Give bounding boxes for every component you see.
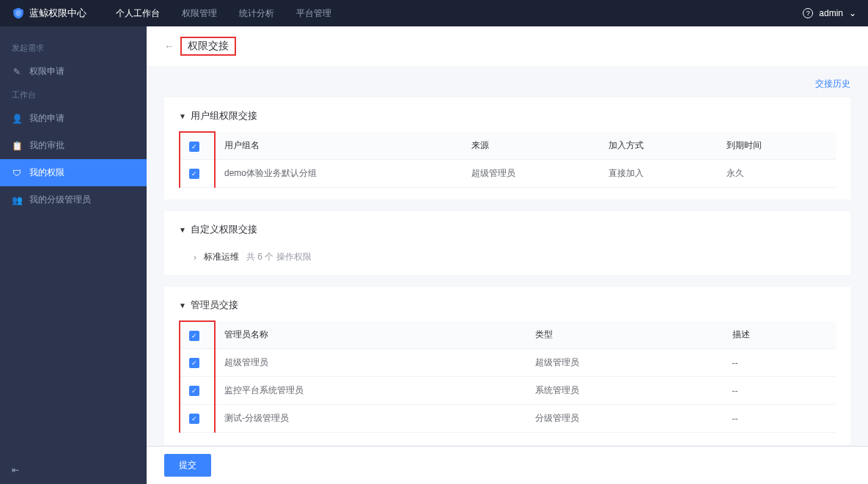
- top-header: 蓝鲸权限中心 个人工作台 权限管理 统计分析 平台管理 ? admin ⌄: [0, 0, 868, 26]
- th-expire: 到期时间: [718, 132, 836, 160]
- th-groupname: 用户组名: [215, 132, 463, 160]
- usergroup-table: ✓ 用户组名 来源 加入方式 到期时间 ✓ demo体验业务默认分组 超级管理员…: [179, 131, 836, 188]
- checkbox-row[interactable]: ✓: [189, 358, 199, 368]
- caret-down-icon: ▼: [179, 226, 186, 234]
- nav-workbench[interactable]: 个人工作台: [116, 7, 160, 20]
- panel-title-usergroup[interactable]: ▼ 用户组权限交接: [179, 109, 836, 122]
- caret-right-icon: ›: [194, 252, 196, 263]
- page-header: ← 权限交接: [147, 26, 868, 66]
- history-link[interactable]: 交接历史: [164, 78, 850, 90]
- panel-admin: ▼ 管理员交接 ✓ 管理员名称 类型 描述 ✓ 超级管理员 超级管理员: [164, 287, 850, 444]
- shield-icon: 🛡: [12, 168, 22, 178]
- nav-platform[interactable]: 平台管理: [296, 7, 331, 20]
- users-icon: 👥: [12, 195, 22, 205]
- checkbox-all-usergroup[interactable]: ✓: [189, 142, 199, 152]
- submit-button[interactable]: 提交: [164, 454, 211, 477]
- sidebar-item-label: 我的权限: [29, 166, 65, 179]
- shield-logo-icon: [12, 7, 25, 20]
- page-title: 权限交接: [180, 37, 236, 56]
- table-row: ✓ 测试-分级管理员 分级管理员 --: [180, 405, 836, 433]
- back-arrow-icon[interactable]: ←: [164, 40, 174, 52]
- table-row: ✓ 监控平台系统管理员 系统管理员 --: [180, 377, 836, 405]
- sidebar-item-label: 我的申请: [29, 112, 65, 125]
- checkbox-row[interactable]: ✓: [189, 169, 199, 179]
- th-source: 来源: [463, 132, 600, 160]
- th-admin-desc: 描述: [724, 321, 836, 349]
- sidebar-item-my-graded[interactable]: 👥 我的分级管理员: [0, 186, 147, 213]
- clipboard-icon: 📋: [12, 141, 22, 151]
- panel-custom: ▼ 自定义权限交接 › 标准运维 共 6 个 操作权限: [164, 211, 850, 275]
- panel-title-custom[interactable]: ▼ 自定义权限交接: [179, 223, 836, 236]
- admin-table: ✓ 管理员名称 类型 描述 ✓ 超级管理员 超级管理员 -- ✓: [179, 320, 836, 433]
- sidebar-item-my-approve[interactable]: 📋 我的审批: [0, 132, 147, 159]
- th-join: 加入方式: [600, 132, 718, 160]
- caret-down-icon: ▼: [179, 301, 186, 309]
- sidebar-item-my-apply[interactable]: 👤 我的申请: [0, 105, 147, 132]
- th-admin-name: 管理员名称: [215, 321, 526, 349]
- caret-down-icon: ▼: [179, 112, 186, 120]
- sidebar-item-label: 权限申请: [29, 65, 65, 78]
- user-icon: 👤: [12, 114, 22, 124]
- nav-stats[interactable]: 统计分析: [239, 7, 274, 20]
- custom-sub-row[interactable]: › 标准运维 共 6 个 操作权限: [179, 245, 836, 263]
- th-admin-type: 类型: [526, 321, 723, 349]
- sidebar-collapse-button[interactable]: ⇤: [12, 465, 19, 475]
- checkbox-all-admin[interactable]: ✓: [189, 331, 199, 341]
- footer-bar: 提交: [147, 446, 868, 484]
- username: admin: [819, 8, 843, 18]
- sidebar-group-request: 发起需求: [0, 38, 147, 58]
- table-row: ✓ demo体验业务默认分组 超级管理员 直接加入 永久: [180, 160, 836, 188]
- table-row: ✓ 超级管理员 超级管理员 --: [180, 349, 836, 377]
- main-content: ← 权限交接 交接历史 ▼ 用户组权限交接 ✓ 用户组名 来源 加入方式 到期时…: [147, 26, 868, 484]
- sidebar-item-apply[interactable]: ✎ 权限申请: [0, 58, 147, 85]
- sidebar-item-label: 我的审批: [29, 139, 65, 152]
- checkbox-row[interactable]: ✓: [189, 386, 199, 396]
- top-nav: 个人工作台 权限管理 统计分析 平台管理: [116, 7, 331, 20]
- sidebar-item-label: 我的分级管理员: [29, 194, 91, 206]
- help-icon[interactable]: ?: [803, 8, 813, 18]
- app-logo: 蓝鲸权限中心: [12, 7, 87, 20]
- sidebar-item-my-permission[interactable]: 🛡 我的权限: [0, 159, 147, 186]
- user-area[interactable]: ? admin ⌄: [803, 8, 856, 18]
- edit-icon: ✎: [12, 67, 22, 77]
- sidebar-group-workbench: 工作台: [0, 85, 147, 105]
- sidebar: 发起需求 ✎ 权限申请 工作台 👤 我的申请 📋 我的审批 🛡 我的权限 👥 我…: [0, 26, 147, 484]
- panel-usergroup: ▼ 用户组权限交接 ✓ 用户组名 来源 加入方式 到期时间 ✓ demo体验业务…: [164, 98, 850, 199]
- chevron-down-icon: ⌄: [849, 8, 856, 18]
- checkbox-row[interactable]: ✓: [189, 414, 199, 424]
- nav-permission[interactable]: 权限管理: [182, 7, 217, 20]
- app-name: 蓝鲸权限中心: [29, 7, 87, 20]
- panel-title-admin[interactable]: ▼ 管理员交接: [179, 298, 836, 312]
